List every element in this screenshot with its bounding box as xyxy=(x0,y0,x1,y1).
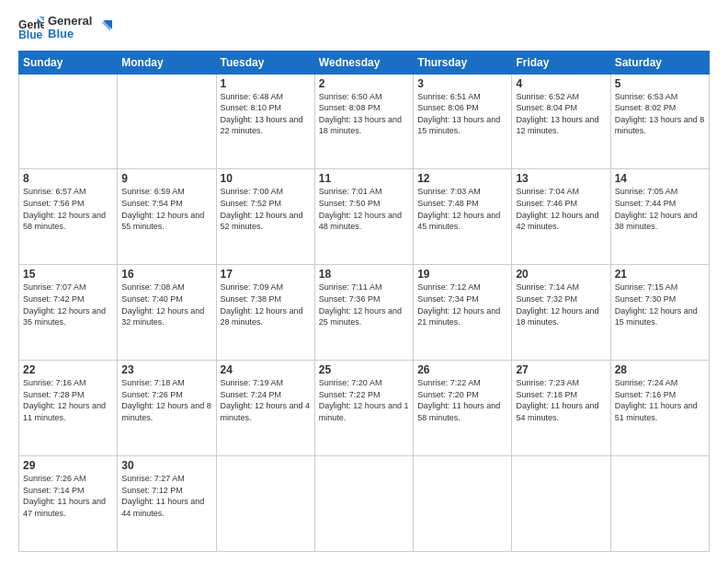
header-friday: Friday xyxy=(512,51,610,74)
svg-marker-5 xyxy=(101,22,110,31)
calendar-cell: 26Sunrise: 7:22 AMSunset: 7:20 PMDayligh… xyxy=(414,361,512,456)
page-header: General Blue General Blue xyxy=(18,15,710,41)
calendar-cell: 2Sunrise: 6:50 AMSunset: 8:08 PMDaylight… xyxy=(314,74,413,169)
calendar-cell: 21Sunrise: 7:15 AMSunset: 7:30 PMDayligh… xyxy=(610,265,709,361)
calendar-cell xyxy=(414,456,512,552)
calendar-cell: 13Sunrise: 7:04 AMSunset: 7:46 PMDayligh… xyxy=(512,169,610,265)
calendar-cell xyxy=(314,456,413,552)
calendar-cell xyxy=(512,456,610,552)
calendar-week-3: 15Sunrise: 7:07 AMSunset: 7:42 PMDayligh… xyxy=(19,265,710,361)
calendar-cell: 18Sunrise: 7:11 AMSunset: 7:36 PMDayligh… xyxy=(314,265,413,361)
calendar-cell: 1Sunrise: 6:48 AMSunset: 8:10 PMDaylight… xyxy=(216,74,314,169)
calendar-week-2: 8Sunrise: 6:57 AMSunset: 7:56 PMDaylight… xyxy=(19,169,710,265)
calendar-week-5: 29Sunrise: 7:26 AMSunset: 7:14 PMDayligh… xyxy=(19,456,710,552)
calendar-header-row: SundayMondayTuesdayWednesdayThursdayFrid… xyxy=(19,51,710,74)
header-thursday: Thursday xyxy=(414,51,512,74)
calendar-cell: 22Sunrise: 7:16 AMSunset: 7:28 PMDayligh… xyxy=(19,361,118,456)
calendar-cell xyxy=(118,74,216,169)
calendar-cell: 11Sunrise: 7:01 AMSunset: 7:50 PMDayligh… xyxy=(314,169,413,265)
calendar-cell: 24Sunrise: 7:19 AMSunset: 7:24 PMDayligh… xyxy=(216,361,314,456)
header-sunday: Sunday xyxy=(19,51,118,74)
calendar-table: SundayMondayTuesdayWednesdayThursdayFrid… xyxy=(18,51,710,552)
calendar-cell xyxy=(610,456,709,552)
calendar-cell: 8Sunrise: 6:57 AMSunset: 7:56 PMDaylight… xyxy=(19,169,118,265)
logo-icon xyxy=(96,19,112,36)
calendar-cell xyxy=(19,74,118,169)
calendar-cell: 27Sunrise: 7:23 AMSunset: 7:18 PMDayligh… xyxy=(512,361,610,456)
header-saturday: Saturday xyxy=(610,51,709,74)
calendar-cell: 3Sunrise: 6:51 AMSunset: 8:06 PMDaylight… xyxy=(414,74,512,169)
calendar-cell: 17Sunrise: 7:09 AMSunset: 7:38 PMDayligh… xyxy=(216,265,314,361)
calendar-cell: 4Sunrise: 6:52 AMSunset: 8:04 PMDaylight… xyxy=(512,74,610,169)
calendar-cell: 29Sunrise: 7:26 AMSunset: 7:14 PMDayligh… xyxy=(19,456,118,552)
header-monday: Monday xyxy=(118,51,216,74)
calendar-cell: 14Sunrise: 7:05 AMSunset: 7:44 PMDayligh… xyxy=(610,169,709,265)
calendar-cell: 10Sunrise: 7:00 AMSunset: 7:52 PMDayligh… xyxy=(216,169,314,265)
calendar-cell: 9Sunrise: 6:59 AMSunset: 7:54 PMDaylight… xyxy=(118,169,216,265)
calendar-cell: 16Sunrise: 7:08 AMSunset: 7:40 PMDayligh… xyxy=(118,265,216,361)
logo-line1: General xyxy=(48,15,92,28)
header-tuesday: Tuesday xyxy=(216,51,314,74)
calendar-cell xyxy=(216,456,314,552)
header-wednesday: Wednesday xyxy=(314,51,413,74)
svg-text:Blue: Blue xyxy=(18,29,43,40)
calendar-cell: 12Sunrise: 7:03 AMSunset: 7:48 PMDayligh… xyxy=(414,169,512,265)
calendar-week-1: 1Sunrise: 6:48 AMSunset: 8:10 PMDaylight… xyxy=(19,74,710,169)
calendar-cell: 28Sunrise: 7:24 AMSunset: 7:16 PMDayligh… xyxy=(610,361,709,456)
logo: General Blue General Blue xyxy=(18,15,112,41)
calendar-cell: 30Sunrise: 7:27 AMSunset: 7:12 PMDayligh… xyxy=(118,456,216,552)
calendar-cell: 15Sunrise: 7:07 AMSunset: 7:42 PMDayligh… xyxy=(19,265,118,361)
logo-line2: Blue xyxy=(48,28,92,40)
calendar-cell: 5Sunrise: 6:53 AMSunset: 8:02 PMDaylight… xyxy=(610,74,709,169)
calendar-cell: 20Sunrise: 7:14 AMSunset: 7:32 PMDayligh… xyxy=(512,265,610,361)
calendar-cell: 25Sunrise: 7:20 AMSunset: 7:22 PMDayligh… xyxy=(314,361,413,456)
calendar-cell: 23Sunrise: 7:18 AMSunset: 7:26 PMDayligh… xyxy=(118,361,216,456)
calendar-cell: 19Sunrise: 7:12 AMSunset: 7:34 PMDayligh… xyxy=(414,265,512,361)
calendar-week-4: 22Sunrise: 7:16 AMSunset: 7:28 PMDayligh… xyxy=(19,361,710,456)
